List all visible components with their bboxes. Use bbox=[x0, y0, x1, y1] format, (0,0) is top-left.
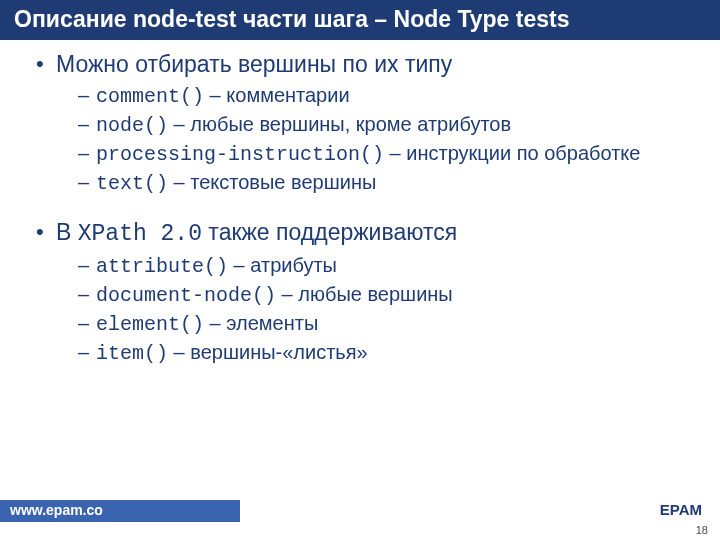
bullet-text: Можно отбирать вершины по их типу bbox=[56, 51, 452, 77]
code-node: node() bbox=[96, 114, 168, 137]
code-pi: processing-instruction() bbox=[96, 143, 384, 166]
code-element: element() bbox=[96, 313, 204, 336]
desc: любые вершины, кроме атрибутов bbox=[190, 113, 511, 135]
footer-brand: EPAM bbox=[660, 501, 702, 518]
slide-content: Можно отбирать вершины по их типу commen… bbox=[0, 40, 720, 366]
bullet-text-post: также поддерживаются bbox=[202, 219, 457, 245]
bullet-text-code: XPath 2.0 bbox=[78, 221, 202, 247]
sub-bullet-item: item() – вершины-«листья» bbox=[78, 340, 686, 366]
page-number: 18 bbox=[696, 524, 708, 536]
bullet-text-pre: В bbox=[56, 219, 78, 245]
sep: – bbox=[204, 312, 226, 334]
sub-bullet-attribute: attribute() – атрибуты bbox=[78, 253, 686, 279]
desc: вершины-«листья» bbox=[190, 341, 367, 363]
desc: атрибуты bbox=[250, 254, 337, 276]
sep: – bbox=[204, 84, 226, 106]
sub-bullet-docnode: document-node() – любые вершины bbox=[78, 282, 686, 308]
code-text: text() bbox=[96, 172, 168, 195]
sub-bullet-text: text() – текстовые вершины bbox=[78, 170, 686, 196]
desc: элементы bbox=[226, 312, 318, 334]
desc: комментарии bbox=[226, 84, 349, 106]
slide: { "title": "Описание node-test части шаг… bbox=[0, 0, 720, 540]
code-comment: comment() bbox=[96, 85, 204, 108]
bullet-xpath20: В XPath 2.0 также поддерживаются attribu… bbox=[34, 218, 686, 366]
sep: – bbox=[168, 113, 190, 135]
code-item: item() bbox=[96, 342, 168, 365]
sep: – bbox=[228, 254, 250, 276]
code-docnode: document-node() bbox=[96, 284, 276, 307]
sep: – bbox=[168, 171, 190, 193]
sep: – bbox=[276, 283, 298, 305]
desc: любые вершины bbox=[298, 283, 452, 305]
sep: – bbox=[168, 341, 190, 363]
sub-bullet-pi: processing-instruction() – инструкции по… bbox=[78, 141, 686, 167]
sub-bullet-element: element() – элементы bbox=[78, 311, 686, 337]
bullet-node-type-intro: Можно отбирать вершины по их типу commen… bbox=[34, 50, 686, 196]
code-attribute: attribute() bbox=[96, 255, 228, 278]
slide-title: Описание node-test части шага – Node Typ… bbox=[0, 0, 720, 40]
sub-bullet-node: node() – любые вершины, кроме атрибутов bbox=[78, 112, 686, 138]
sub-bullet-comment: comment() – комментарии bbox=[78, 83, 686, 109]
footer-url: www.epam.co bbox=[10, 502, 103, 518]
sep: – bbox=[384, 142, 406, 164]
footer: www.epam.co EPAM bbox=[0, 500, 720, 522]
desc: инструкции по обработке bbox=[406, 142, 640, 164]
desc: текстовые вершины bbox=[190, 171, 376, 193]
